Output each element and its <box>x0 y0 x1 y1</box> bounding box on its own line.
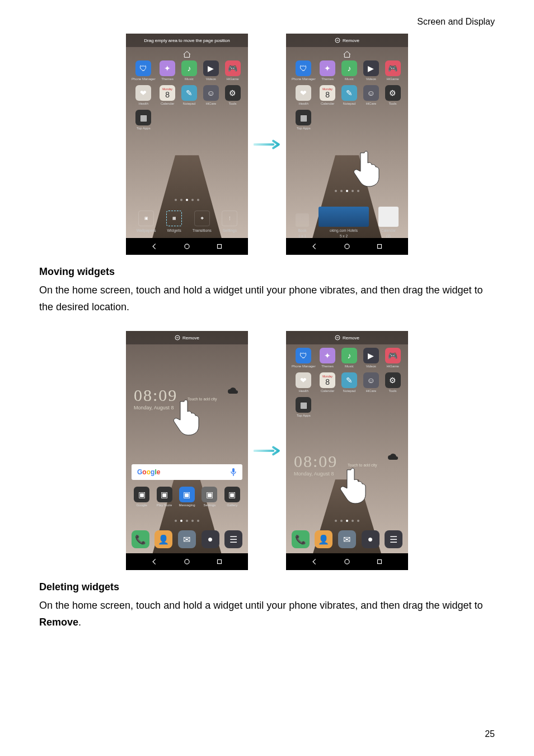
app-phone-manager[interactable]: 🛡Phone Manager <box>292 60 316 81</box>
app-notepad[interactable]: ✎Notepad <box>340 372 359 393</box>
app-music[interactable]: ♪Music <box>340 60 359 81</box>
dock-icon[interactable]: 👤 <box>315 530 332 548</box>
app-messaging[interactable]: ▣Messaging <box>177 487 197 507</box>
home-nav-icon[interactable] <box>343 558 351 566</box>
remove-label: Remove <box>343 38 359 43</box>
app-health[interactable]: ❤Health <box>292 85 316 105</box>
dock-icon[interactable]: 👤 <box>154 530 172 548</box>
phone-edit-mode: Drag empty area to move the page positio… <box>126 34 248 255</box>
app-tools[interactable]: ⚙Tools <box>223 85 242 105</box>
recent-icon[interactable] <box>376 242 383 250</box>
clock-widget-dragging[interactable]: 08:09 Monday, August 8 <box>294 453 338 477</box>
recent-icon[interactable] <box>216 242 223 250</box>
back-icon[interactable] <box>311 558 318 566</box>
recent-icon[interactable] <box>376 558 383 566</box>
app-hicare[interactable]: ☺HiCare <box>361 85 381 105</box>
app-top-apps[interactable]: ▦Top Apps <box>292 110 316 130</box>
app-phone-manager[interactable]: 🛡Phone Manager <box>132 60 156 81</box>
dock-icon[interactable]: ☰ <box>224 530 242 548</box>
app-videos[interactable]: ▶Videos <box>201 60 221 81</box>
home-nav-icon[interactable] <box>183 558 191 566</box>
home-nav-icon[interactable] <box>343 242 351 250</box>
app-higame[interactable]: 🎮HiGame <box>223 60 242 81</box>
widget-shelf: Book1 x 1oking.com Hotels5 x 2Calendar(2… <box>286 195 408 238</box>
remove-bar[interactable]: Remove <box>286 34 408 47</box>
remove-label: Remove <box>343 335 359 340</box>
app-hicare[interactable]: ☺HiCare <box>361 372 381 393</box>
page-dots <box>126 520 248 522</box>
app-calendar[interactable]: Monday8Calendar <box>318 85 338 105</box>
google-search-bar[interactable]: Google <box>132 464 242 480</box>
figure-1: Drag empty area to move the page positio… <box>39 34 495 255</box>
deleting-widgets-heading: Deleting widgets <box>39 581 495 593</box>
app-row: ▣Google▣Play Store▣Messaging▣Settings▣Ga… <box>132 487 242 507</box>
app-notepad[interactable]: ✎Notepad <box>340 85 359 105</box>
app-notepad[interactable]: ✎Notepad <box>180 85 199 105</box>
app-videos[interactable]: ▶Videos <box>361 348 381 368</box>
tool-settings[interactable]: ⋮Settings <box>222 211 237 232</box>
mic-icon[interactable] <box>230 468 237 477</box>
app-grid: 🛡Phone Manager✦Themes♪Music▶Videos🎮HiGam… <box>292 348 402 417</box>
weather-icon <box>227 387 240 396</box>
app-themes[interactable]: ✦Themes <box>158 60 177 81</box>
arrow-icon <box>254 139 280 150</box>
dock-icon[interactable]: ✉ <box>178 530 196 548</box>
nav-bar <box>286 238 408 255</box>
widget-book[interactable]: Book1 x 1 <box>296 213 309 238</box>
app-themes[interactable]: ✦Themes <box>318 348 338 368</box>
app-calendar[interactable]: Monday8Calendar <box>318 372 338 393</box>
dock-icon[interactable]: ☰ <box>385 530 402 548</box>
google-logo: Google <box>137 468 160 476</box>
nav-bar <box>126 238 248 255</box>
widget-oking-com-hotels[interactable]: oking.com Hotels5 x 2 <box>318 207 369 238</box>
app-themes[interactable]: ✦Themes <box>318 60 338 81</box>
widget-calendar[interactable]: Calendar(2) <box>378 207 399 238</box>
phone-widget-picker: Remove 🛡Phone Manager✦Themes♪Music▶Video… <box>286 34 408 255</box>
hand-icon <box>336 460 372 505</box>
tool-widgets[interactable]: ▦Widgets <box>166 211 182 232</box>
app-play-store[interactable]: ▣Play Store <box>154 487 174 507</box>
app-health[interactable]: ❤Health <box>132 85 156 105</box>
app-hicare[interactable]: ☺HiCare <box>201 85 221 105</box>
home-nav-icon[interactable] <box>183 242 191 250</box>
remove-bar[interactable]: Remove <box>286 331 408 344</box>
back-icon[interactable] <box>311 242 318 250</box>
app-top-apps[interactable]: ▦Top Apps <box>132 110 156 130</box>
app-tools[interactable]: ⚙Tools <box>383 85 402 105</box>
app-videos[interactable]: ▶Videos <box>361 60 381 81</box>
app-top-apps[interactable]: ▦Top Apps <box>292 397 316 417</box>
app-settings[interactable]: ▣Settings <box>199 487 219 507</box>
app-higame[interactable]: 🎮HiGame <box>383 60 402 81</box>
app-google[interactable]: ▣Google <box>132 487 152 507</box>
figure-2: Remove 08:09 Monday, August 8 Touch to a… <box>39 331 495 570</box>
app-calendar[interactable]: Monday8Calendar <box>158 85 177 105</box>
nav-bar <box>126 553 248 570</box>
app-higame[interactable]: 🎮HiGame <box>383 348 402 368</box>
svg-rect-11 <box>378 560 382 564</box>
back-icon[interactable] <box>151 558 158 566</box>
app-health[interactable]: ❤Health <box>292 372 316 393</box>
app-music[interactable]: ♪Music <box>340 348 359 368</box>
app-music[interactable]: ♪Music <box>180 60 199 81</box>
recent-icon[interactable] <box>216 558 223 566</box>
remove-bar[interactable]: Remove <box>126 331 248 344</box>
home-icon <box>343 50 352 58</box>
dock-icon[interactable]: ● <box>202 530 219 548</box>
moving-widgets-heading: Moving widgets <box>39 266 495 278</box>
page-dots <box>126 199 248 201</box>
dock-icon[interactable]: ✉ <box>338 530 356 548</box>
tool-transitions[interactable]: ❖Transitions <box>193 211 212 232</box>
dock-icon[interactable]: 📞 <box>292 530 310 548</box>
app-gallery[interactable]: ▣Gallery <box>222 487 242 507</box>
edit-hint-bar: Drag empty area to move the page positio… <box>126 34 248 47</box>
page-dots <box>286 190 408 192</box>
dock-icon[interactable]: 📞 <box>132 530 149 548</box>
page-dots <box>286 520 408 522</box>
svg-rect-4 <box>378 245 382 249</box>
back-icon[interactable] <box>151 242 158 250</box>
app-tools[interactable]: ⚙Tools <box>383 372 402 393</box>
tool-wallpapers[interactable]: ▣Wallpapers <box>137 211 156 232</box>
app-grid: 🛡Phone Manager✦Themes♪Music▶Videos🎮HiGam… <box>292 60 402 130</box>
dock-icon[interactable]: ● <box>362 530 380 548</box>
app-phone-manager[interactable]: 🛡Phone Manager <box>292 348 316 368</box>
